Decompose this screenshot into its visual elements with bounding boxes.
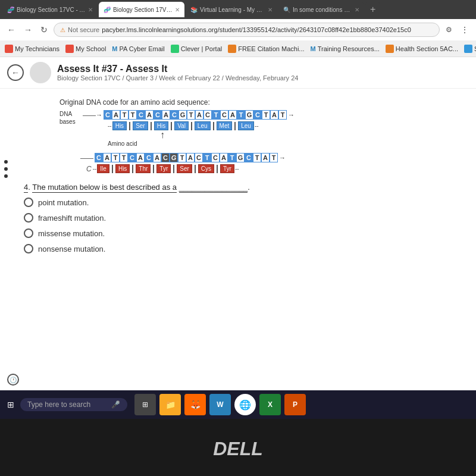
bookmark-icon-1 (5, 45, 13, 53)
radio-nonsense[interactable] (24, 244, 33, 253)
amino-leu-2: Leu (238, 121, 254, 130)
url-input[interactable]: ⚠ Not secure pacyber.lms.lincolnlearning… (54, 23, 440, 37)
amino-ser-mut: Ser (177, 164, 192, 173)
option-point[interactable]: point mutation. (24, 198, 464, 207)
address-bar: ← → ↻ ⚠ Not secure pacyber.lms.lincolnle… (0, 19, 476, 40)
bookmark-label-7: Health Section 5AC... (396, 45, 458, 52)
sidebar-dot-3 (4, 174, 8, 178)
amino-row-2: C -- Ile His Thr Tyr (86, 164, 286, 173)
dell-logo-area: DELL (0, 419, 476, 476)
bookmarks-bar: My Technicians My School M PA Cyber Emai… (0, 40, 476, 57)
amino-ser: Ser (133, 121, 148, 130)
search-input-label: Type here to search (27, 400, 108, 409)
dna-diagram: Original DNA code for an amino acid sequ… (60, 98, 464, 173)
chrome-button[interactable]: 🌐 (234, 394, 256, 415)
tab-3[interactable]: 📚 Virtual Learning - My Session... ✕ (186, 2, 277, 17)
bookmark-email[interactable]: M PA Cyber Email (112, 45, 164, 52)
microphone-icon: 🎤 (111, 400, 120, 409)
radio-missense[interactable] (24, 228, 33, 238)
question-section: 4. The mutation below is best described … (24, 183, 464, 253)
extensions-button[interactable]: ⚙ (443, 24, 455, 35)
bookmark-label-4: Clever | Portal (181, 45, 223, 52)
bookmark-icon-citation (228, 45, 236, 53)
menu-button[interactable]: ⋮ (458, 24, 471, 36)
file-explorer-button[interactable]: 📁 (159, 394, 181, 415)
page-header: ← Assess It #37 - Assess It Biology Sect… (0, 57, 476, 89)
bookmark-sur[interactable]: Sur (464, 45, 476, 53)
tab-close-2[interactable]: ✕ (175, 7, 180, 13)
forward-button[interactable]: → (21, 24, 35, 36)
taskbar-icons: ⊞ 📁 🦊 W 🌐 X P (134, 394, 306, 415)
page-content: ← Assess It #37 - Assess It Biology Sect… (0, 57, 476, 390)
dna-letters-1: CATT CAC AC GTAC TCA TGC TAT → (104, 110, 295, 120)
bookmark-health[interactable]: Health Section 5AC... (386, 45, 458, 53)
bookmark-clever[interactable]: Clever | Portal (171, 45, 223, 53)
bookmark-label-6: Training Resources... (318, 45, 380, 52)
tab-1[interactable]: 🧬 Biology Section 17VC - Activit... ✕ (2, 2, 98, 17)
bookmark-label-2: My School (76, 45, 106, 52)
option-nonsense-text: nonsense mutation. (38, 245, 105, 253)
word-button[interactable]: W (209, 394, 231, 415)
tab-close-1[interactable]: ✕ (88, 7, 93, 13)
browser-window: 🧬 Biology Section 17VC - Activit... ✕ 🧬 … (0, 0, 476, 476)
bookmark-training[interactable]: M Training Resources... (311, 45, 380, 52)
tab-4[interactable]: 🔍 In some conditions caused by... ✕ (278, 2, 364, 17)
new-tab-button[interactable]: + (365, 2, 380, 17)
dna-sequence-1-row: ——→ CATT CAC AC GTAC TCA TGC TAT → (83, 110, 295, 120)
bookmark-icon-clever (171, 45, 179, 53)
amino-ile: Ile (97, 164, 109, 173)
amino-val: Val (174, 121, 189, 130)
bookmark-my-technicians[interactable]: My Technicians (5, 45, 60, 53)
clock-icon[interactable]: 🕐 (12, 374, 19, 386)
radio-frameshift[interactable] (24, 213, 33, 223)
option-missense-text: missense mutation. (38, 229, 105, 238)
page-title-area: Assess It #37 - Assess It Biology Sectio… (57, 64, 298, 82)
dna-sequence-2-row: —— CATT CAC AC G TAC TCA TGC (80, 153, 286, 162)
mutation-indicator: ↑ (160, 130, 295, 140)
bookmark-icon-sur (464, 45, 472, 53)
page-icon (30, 62, 51, 83)
question-text: 4. The mutation below is best described … (24, 183, 464, 192)
amino-his-1: His (112, 121, 127, 130)
bookmark-label-5: FREE Citation Machi... (238, 45, 304, 52)
excel-button[interactable]: X (259, 394, 281, 415)
bookmark-citation[interactable]: FREE Citation Machi... (228, 45, 304, 53)
dna-arrow-icon: ——→ (83, 111, 102, 118)
dna-original-label: Original DNA code for an amino acid sequ… (60, 98, 464, 107)
bookmark-label-3: PA Cyber Email (120, 45, 165, 52)
bookmark-icon-2 (65, 45, 74, 53)
option-missense[interactable]: missense mutation. (24, 228, 464, 238)
back-button[interactable]: ← (5, 24, 18, 36)
tab-2[interactable]: 🧬 Biology Section 17VC - Activit ✕ (99, 2, 184, 17)
amino-leu-1: Leu (195, 121, 211, 130)
option-frameshift[interactable]: frameshift mutation. (24, 213, 464, 223)
reload-button[interactable]: ↻ (38, 24, 50, 36)
option-frameshift-text: frameshift mutation. (38, 214, 106, 223)
page-title: Assess It #37 - Assess It (57, 64, 298, 74)
firefox-button[interactable]: 🦊 (184, 394, 206, 415)
amino-acid-label: Amino acid (108, 140, 295, 147)
page-back-button[interactable]: ← (7, 64, 24, 81)
amino-tyr-1: Tyr (156, 164, 171, 173)
amino-his-2: His (154, 121, 168, 130)
taskbar-search-bar[interactable]: Type here to search 🎤 (20, 398, 127, 411)
radio-point[interactable] (24, 198, 33, 207)
windows-start-button[interactable]: ⊞ (5, 397, 17, 412)
sidebar-dot-2 (4, 167, 8, 171)
page-subtitle: Biology Section 17VC / Quarter 3 / Week … (57, 74, 298, 82)
tab-close-3[interactable]: ✕ (268, 7, 273, 13)
left-sidebar (0, 89, 12, 389)
task-view-button[interactable]: ⊞ (134, 394, 156, 415)
taskbar: ⊞ Type here to search 🎤 ⊞ 📁 🦊 W 🌐 X P (0, 390, 476, 419)
tab-close-4[interactable]: ✕ (355, 7, 359, 13)
dna-letters-2: CATT CAC AC G TAC TCA TGC TAT → (95, 153, 286, 162)
bookmark-icon-health (386, 45, 394, 53)
amino-his-mut: His (115, 164, 130, 173)
bookmark-my-school[interactable]: My School (65, 45, 106, 53)
amino-cys: Cys (198, 164, 214, 173)
option-nonsense[interactable]: nonsense mutation. (24, 244, 464, 253)
bookmark-label-1: My Technicians (15, 45, 60, 52)
amino-met: Met (217, 121, 233, 130)
powerpoint-button[interactable]: P (284, 394, 306, 415)
dna-bases-label: DNAbases (60, 110, 80, 126)
